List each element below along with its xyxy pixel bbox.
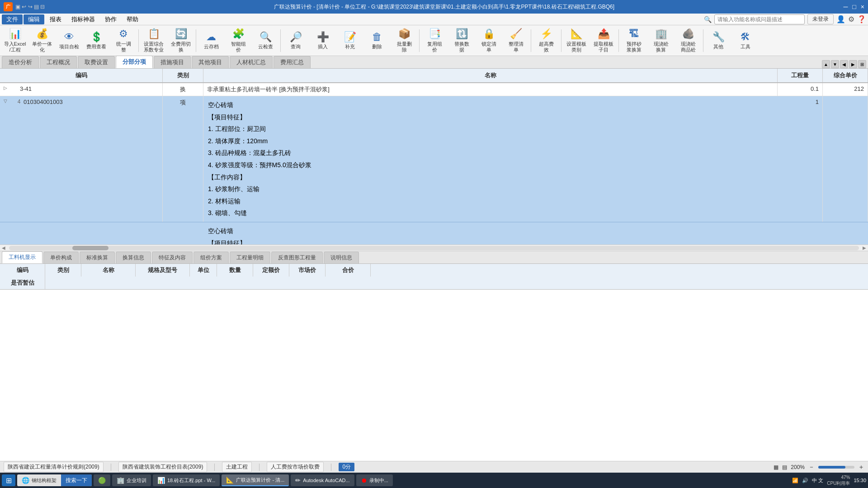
- insert-button[interactable]: ➕插入: [310, 27, 336, 54]
- tab-measures[interactable]: 措施项目: [154, 56, 191, 68]
- bth-market-price: 市场价: [289, 264, 326, 277]
- zoom-minus-button[interactable]: －: [808, 463, 815, 471]
- close-button[interactable]: ×: [861, 3, 864, 10]
- cloud-save-button[interactable]: ☁云存档: [198, 27, 224, 54]
- tab-sections[interactable]: 分部分项: [116, 56, 153, 68]
- tab-project-overview[interactable]: 工程概况: [40, 56, 77, 68]
- nav-right-button[interactable]: ▶: [849, 60, 857, 68]
- window-title: 广联达预算计价 - [清单计价 - 单位工程 - G:\建筑课堂2023\建筑课…: [45, 3, 843, 11]
- table-row[interactable]: ▷ 3-41 换 非承重粘土多孔砖墙一砖半 [换为预拌干混砂浆] 0.1 212: [0, 83, 868, 96]
- taskbar-cad-label: Autodesk AutoCAD...: [303, 478, 349, 483]
- supplement-button[interactable]: 📝补充: [337, 27, 363, 54]
- toolbar-separator-7: [618, 29, 619, 52]
- unit-price-button[interactable]: 💰单价一体化: [29, 27, 55, 54]
- row-toggle[interactable]: ▷: [0, 83, 11, 96]
- clock: 15:30: [854, 478, 866, 483]
- tools-button[interactable]: 🛠工具: [732, 27, 759, 54]
- other-button[interactable]: 🔧其他: [705, 27, 731, 54]
- btab-exchange-info[interactable]: 换算信息: [116, 252, 151, 263]
- view-icon-list[interactable]: ▤: [782, 464, 787, 470]
- taskbar-autocad[interactable]: ✏ Autodesk AutoCAD...: [291, 474, 354, 486]
- self-check-button[interactable]: 👁项目自检: [56, 27, 82, 54]
- premix-mortar-button[interactable]: 🏗预拌砂浆换算: [621, 27, 647, 54]
- menu-item-report[interactable]: 报表: [45, 14, 66, 24]
- tab-fee-settings[interactable]: 取费设置: [78, 56, 115, 68]
- btab-check-graphic[interactable]: 反查图形工程量: [271, 252, 323, 263]
- start-button[interactable]: ⊞: [2, 474, 15, 486]
- smart-price-button[interactable]: 🧩智能组价: [225, 27, 251, 54]
- btab-price-plan[interactable]: 组价方案: [193, 252, 229, 263]
- restore-button[interactable]: □: [852, 3, 856, 10]
- extract-template-button[interactable]: 📤提取模板子目: [590, 27, 617, 54]
- login-button[interactable]: 未登录: [807, 14, 834, 24]
- cpu-percent: 47%: [827, 474, 850, 480]
- menu-item-help[interactable]: 帮助: [122, 14, 143, 24]
- minimize-button[interactable]: ─: [843, 3, 848, 10]
- nav-up-button[interactable]: ▲: [822, 60, 830, 68]
- search-icon: 🔍: [704, 16, 712, 23]
- main-table-area: 编码 类别 名称 工程量 综合单价 ▷ 3-41 换 非承重粘土多孔砖墙一砖半 …: [0, 69, 868, 245]
- lock-list-button[interactable]: 🔒锁定清单: [476, 27, 502, 54]
- zoom-label: 200%: [791, 464, 805, 470]
- adjust-button[interactable]: ⚙统一调整: [110, 27, 137, 54]
- menu-item-collab[interactable]: 协作: [100, 14, 121, 24]
- btab-qty-detail[interactable]: 工程量明细: [230, 252, 270, 263]
- reuse-price-button[interactable]: 📑复用组价: [421, 27, 448, 54]
- menu-item-edit[interactable]: 编辑: [24, 14, 44, 24]
- scroll-thumb[interactable]: [72, 246, 108, 250]
- replace-data-button[interactable]: 🔃替换数据: [448, 27, 475, 54]
- menu-item-file[interactable]: 文件: [2, 14, 23, 24]
- batch-delete-button[interactable]: 📦批量删除: [391, 27, 417, 54]
- settings-icon[interactable]: ⚙: [848, 15, 854, 23]
- import-excel-button[interactable]: 📊导入Excel/工程: [2, 27, 28, 54]
- taskbar-ppt[interactable]: 📊 18.砖石工程.ppt - W...: [153, 474, 220, 486]
- delete-button[interactable]: 🗑删除: [364, 27, 390, 54]
- query-button[interactable]: 🔎查询: [283, 27, 309, 54]
- horizontal-scrollbar[interactable]: ◀ ▶: [0, 245, 868, 251]
- toolbar-separator-3: [280, 29, 281, 52]
- tab-cost-analysis[interactable]: 造价分析: [2, 56, 39, 68]
- taskbar-steel-structure[interactable]: 🌐 钢结构框架: [17, 474, 61, 486]
- help-icon[interactable]: ❓: [857, 15, 866, 23]
- set-composite-button[interactable]: 📋设置综合系数专业: [141, 27, 167, 54]
- taskbar-gld[interactable]: 📐 广联达预算计价 - 清...: [222, 474, 289, 486]
- zoom-slider[interactable]: [818, 466, 854, 469]
- commercial-concrete-button[interactable]: 🪨现浇砼商品砼: [675, 27, 701, 54]
- btab-standard-exchange[interactable]: 标准换算: [80, 252, 115, 263]
- view-icon-grid[interactable]: ▦: [774, 464, 778, 470]
- row-toggle-expand[interactable]: ▽: [0, 96, 11, 222]
- tab-other-items[interactable]: 其他项目: [192, 56, 229, 68]
- nav-down-button[interactable]: ▼: [831, 60, 839, 68]
- tab-fee-summary[interactable]: 费用汇总: [274, 56, 311, 68]
- btab-unit-cost[interactable]: 单价构成: [43, 252, 79, 263]
- row-qty: 0.1: [778, 83, 823, 96]
- tab-labor-material[interactable]: 人材机汇总: [230, 56, 273, 68]
- cpu-info: 47% CPU利用率: [827, 474, 850, 486]
- zoom-plus-button[interactable]: ＋: [858, 463, 864, 471]
- search-input[interactable]: [714, 14, 805, 24]
- organize-list-button[interactable]: 🧹整理清单: [503, 27, 529, 54]
- scroll-track: [9, 246, 859, 250]
- menu-item-indicator[interactable]: 指标神器: [67, 14, 99, 24]
- nav-left-button[interactable]: ◀: [840, 60, 848, 68]
- btab-materials[interactable]: 工料机显示: [2, 251, 42, 263]
- fee-view-button[interactable]: 💲费用查看: [83, 27, 109, 54]
- overhang-fee-button[interactable]: ⚡超高费效: [533, 27, 559, 54]
- nav-expand-button[interactable]: ⊞: [858, 60, 866, 68]
- taskbar-recording[interactable]: ⏺ 录制中...: [356, 474, 393, 486]
- set-template-button[interactable]: 📐设置模板类别: [563, 27, 590, 54]
- taskbar-enterprise-training[interactable]: 🏢 企业培训: [112, 474, 151, 486]
- table-row-highlighted[interactable]: ▽ 4 010304001003 项 空心砖墙 【项目特征】 1. 工程部位：厨…: [0, 96, 868, 222]
- user-icon[interactable]: 👤: [836, 15, 845, 23]
- table-row-next[interactable]: 空心砖墙 【项目特征】: [0, 222, 868, 245]
- search-go-button[interactable]: 搜索一下: [61, 474, 92, 486]
- cloud-check-button[interactable]: 🔍云检查: [252, 27, 278, 54]
- cast-concrete-button[interactable]: 🏢现浇砼换算: [648, 27, 674, 54]
- taskbar-gld-label: 广联达预算计价 - 清...: [236, 477, 284, 483]
- bth-unit: 单位: [190, 264, 217, 277]
- btab-features[interactable]: 特征及内容: [152, 252, 193, 263]
- all-fee-switch-button[interactable]: 🔄全费用切换: [168, 27, 194, 54]
- taskbar-360[interactable]: 🟢: [94, 474, 110, 486]
- taskbar-ime[interactable]: 中 文: [812, 477, 823, 484]
- btab-notes[interactable]: 说明信息: [324, 252, 359, 263]
